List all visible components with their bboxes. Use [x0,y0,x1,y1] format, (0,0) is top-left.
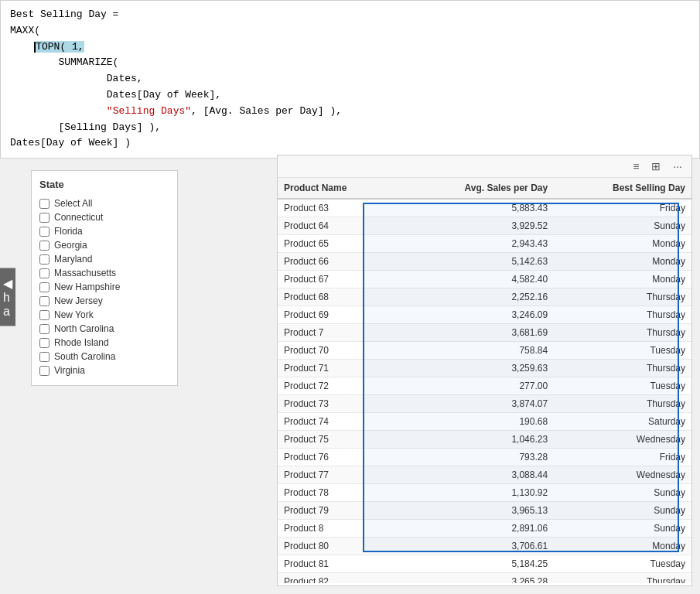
cell-product-name: Product 76 [278,449,399,466]
cell-product-name: Product 72 [278,377,399,395]
cell-avg-sales: 3,265.28 [399,573,554,584]
table-row: Product 73,681.69Thursday [278,324,691,342]
cell-product-name: Product 8 [278,520,399,538]
col-header-avg-sales: Avg. Sales per Day [399,178,554,199]
topn-highlight: TOPN( 1, [36,41,84,53]
state-item-rhode-island[interactable]: Rhode Island [39,336,169,350]
state-item-south-carolina[interactable]: South Carolina [39,350,169,364]
cell-best-selling-day: Thursday [554,306,691,324]
table-row: Product 693,246.09Thursday [278,306,691,324]
cell-product-name: Product 63 [278,199,399,217]
cell-avg-sales: 5,883.43 [399,199,554,217]
state-item-select-all[interactable]: Select All [39,196,169,210]
cell-product-name: Product 7 [278,324,399,342]
cell-best-selling-day: Monday [554,253,691,271]
table-row: Product 72277.00Tuesday [278,377,691,395]
cell-avg-sales: 1,046.23 [399,431,554,449]
cell-product-name: Product 82 [278,573,399,584]
menu-icon[interactable]: ≡ [630,159,642,174]
cell-avg-sales: 3,706.61 [399,538,554,555]
state-item-georgia[interactable]: Georgia [39,238,169,252]
table-row: Product 74190.68Saturday [278,413,691,431]
table-header-row: Product Name Avg. Sales per Day Best Sel… [278,178,691,199]
state-checkbox-3[interactable] [39,241,50,251]
state-label-2: Florida [54,226,83,237]
state-item-massachusetts[interactable]: Massachusetts [39,266,169,280]
state-label-4: Maryland [54,254,92,265]
cell-product-name: Product 78 [278,484,399,502]
cell-best-selling-day: Monday [554,235,691,253]
state-item-north-carolina[interactable]: North Carolina [39,322,169,336]
cell-best-selling-day: Monday [554,271,691,288]
cell-best-selling-day: Wednesday [554,431,691,449]
more-options-icon[interactable]: ··· [670,159,685,174]
table-row: Product 803,706.61Monday [278,538,691,555]
table-row: Product 793,965.13Sunday [278,502,691,520]
cell-best-selling-day: Friday [554,199,691,217]
table-scroll-area[interactable]: Product Name Avg. Sales per Day Best Sel… [278,178,691,583]
cell-avg-sales: 5,184.25 [399,555,554,573]
cell-product-name: Product 73 [278,395,399,413]
cell-product-name: Product 67 [278,271,399,288]
table-body: Product 635,883.43FridayProduct 643,929.… [278,199,691,583]
state-label-11: South Carolina [54,351,115,362]
state-item-new-hampshire[interactable]: New Hampshire [39,280,169,294]
state-item-new-jersey[interactable]: New Jersey [39,294,169,308]
state-checkbox-7[interactable] [39,296,50,306]
state-checkbox-12[interactable] [39,366,50,376]
state-checkbox-2[interactable] [39,227,50,237]
cell-avg-sales: 793.28 [399,449,554,466]
table-row: Product 643,929.52Sunday [278,217,691,235]
cell-best-selling-day: Tuesday [554,377,691,395]
state-checkbox-11[interactable] [39,352,50,362]
state-item-new-york[interactable]: New York [39,308,169,322]
cell-avg-sales: 3,259.63 [399,360,554,377]
table-row: Product 82,891.06Sunday [278,520,691,538]
expand-icon[interactable]: ⊞ [648,159,664,174]
cell-best-selling-day: Thursday [554,573,691,584]
code-line-7: "Selling Days", [Avg. Sales per Day] ), [10,104,690,120]
state-item-connecticut[interactable]: Connecticut [39,210,169,224]
state-label-3: Georgia [54,240,87,251]
state-checkbox-9[interactable] [39,324,50,334]
cell-product-name: Product 70 [278,342,399,360]
code-line-6: Dates[Day of Week], [10,87,690,104]
left-panel-arrow[interactable]: ◀ha [0,268,15,326]
cell-product-name: Product 80 [278,538,399,555]
col-header-best-selling-day: Best Selling Day [554,178,691,199]
state-item-florida[interactable]: Florida [39,224,169,238]
cell-best-selling-day: Thursday [554,324,691,342]
state-checkbox-8[interactable] [39,310,50,320]
state-checkbox-0[interactable] [39,199,50,209]
table-row: Product 665,142.63Monday [278,253,691,271]
code-line-1: Best Selling Day = [10,7,690,23]
cell-best-selling-day: Sunday [554,502,691,520]
table-row: Product 76793.28Friday [278,449,691,466]
table-row: Product 773,088.44Wednesday [278,466,691,484]
state-checkbox-5[interactable] [39,268,50,278]
state-checkbox-4[interactable] [39,254,50,265]
state-checkbox-10[interactable] [39,338,50,348]
cell-avg-sales: 3,965.13 [399,502,554,520]
state-item-virginia[interactable]: Virginia [39,364,169,377]
cell-best-selling-day: Friday [554,449,691,466]
state-label-9: North Carolina [54,323,114,334]
cell-best-selling-day: Sunday [554,484,691,502]
table-row: Product 823,265.28Thursday [278,573,691,584]
state-checkbox-1[interactable] [39,213,50,223]
cell-best-selling-day: Sunday [554,520,691,538]
cell-avg-sales: 3,681.69 [399,324,554,342]
cell-best-selling-day: Monday [554,538,691,555]
data-table-panel: ≡ ⊞ ··· Product Name Avg. Sales per Day … [277,155,692,586]
cell-product-name: Product 74 [278,413,399,431]
table-toolbar: ≡ ⊞ ··· [278,155,691,178]
table-row: Product 652,943.43Monday [278,235,691,253]
state-item-maryland[interactable]: Maryland [39,252,169,266]
code-line-4: SUMMARIZE( [10,55,690,71]
table-row: Product 635,883.43Friday [278,199,691,217]
cell-avg-sales: 3,088.44 [399,466,554,484]
state-checkbox-6[interactable] [39,282,50,292]
cell-avg-sales: 2,891.06 [399,520,554,538]
state-label-6: New Hampshire [54,282,120,292]
table-row: Product 751,046.23Wednesday [278,431,691,449]
